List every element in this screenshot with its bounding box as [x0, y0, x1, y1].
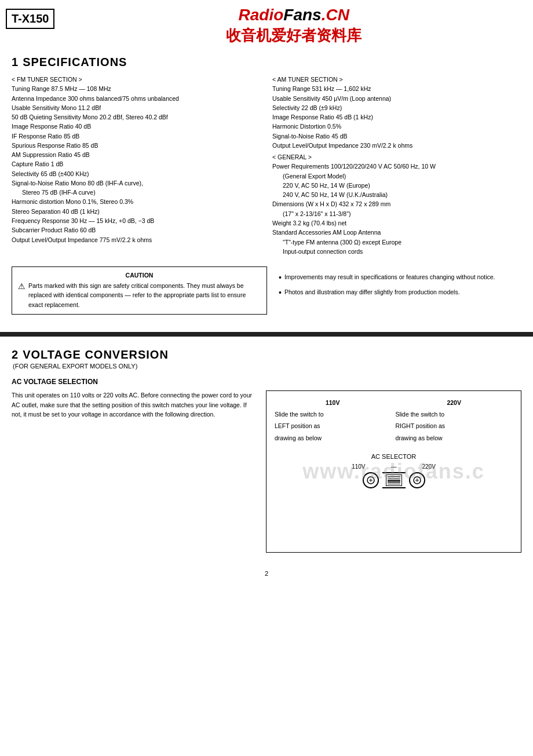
fm-line-9: Selectivity 65 dB (±400 KHz) — [12, 169, 261, 178]
ac-voltage-title: AC VOLTAGE SELECTION — [12, 378, 521, 386]
switch-line-2 — [388, 478, 400, 479]
switch-line-1 — [388, 476, 400, 477]
ac-voltage-labels: 110V — 220V — [352, 463, 436, 470]
gen-line-6: Weight 3.2 kg (70.4 lbs) net — [272, 218, 521, 228]
gen-line-1: (General Export Model) — [272, 171, 521, 181]
left-terminal-symbol — [363, 472, 379, 488]
fm-tuner-col: < FM TUNER SECTION > Tuning Range 87.5 M… — [12, 74, 261, 256]
am-line-4: Harmonic Distortion 0.5% — [272, 122, 521, 131]
chinese-title: 收音机爱好者资料库 — [66, 25, 521, 46]
logo: T-X150 — [6, 9, 54, 29]
am-line-3: Image Response Ratio 45 dB (1 kHz) — [272, 112, 521, 122]
col1-line0: Slide the switch to — [272, 408, 393, 420]
voltage-section: 2 VOLTAGE CONVERSION (FOR GENERAL EXPORT… — [0, 337, 533, 558]
section1-header: 1 SPECIFICATIONS — [12, 56, 521, 69]
fm-line-13: Stereo Separation 40 dB (1 kHz) — [12, 207, 261, 216]
section1-title: SPECIFICATIONS — [23, 56, 127, 69]
caution-title: CAUTION — [18, 272, 261, 279]
am-line-5: Signal-to-Noise Ratio 45 dB — [272, 132, 521, 141]
site-name-part2: Fans — [283, 6, 321, 24]
fm-line-1: Antenna Impedance 300 ohms balanced/75 o… — [12, 94, 261, 103]
voltage-left-text: This unit operates on 110 volts or 220 v… — [12, 390, 254, 553]
gen-line-4: Dimensions (W x H x D) 432 x 72 x 289 mm — [272, 199, 521, 209]
fm-line-11: Stereo 75 dB (IHF-A curve) — [12, 188, 261, 197]
fm-tuner-label: < FM TUNER SECTION > — [12, 75, 261, 84]
note-text-0: Improvements may result in specification… — [284, 272, 495, 282]
fm-line-6: Spurious Response Ratio 85 dB — [12, 141, 261, 150]
site-name-part3: .CN — [322, 6, 349, 24]
switch-diagram — [352, 472, 436, 488]
am-tuner-label: < AM TUNER SECTION > — [272, 75, 521, 84]
col2-line2: drawing as below — [393, 432, 515, 444]
fm-line-14: Frequency Response 30 Hz — 15 kHz, +0 dB… — [12, 216, 261, 225]
specs-content: < FM TUNER SECTION > Tuning Range 87.5 M… — [0, 74, 533, 256]
gen-line-0: Power Requirements 100/120/220/240 V AC … — [272, 162, 521, 171]
fm-line-0: Tuning Range 87.5 MHz — 108 MHz — [12, 84, 261, 93]
gen-line-3: 240 V, AC 50 Hz, 14 W (U.K./Australia) — [272, 190, 521, 199]
fm-line-8: Capture Ratio 1 dB — [12, 159, 261, 169]
col2-line0: Slide the switch to — [393, 408, 515, 420]
notes-col: • Improvements may result in specificati… — [279, 266, 521, 315]
col1-line1: LEFT position as — [272, 420, 393, 432]
warning-icon: ⚠ — [18, 281, 25, 291]
col1-line2: drawing as below — [272, 432, 393, 444]
switch-line-5 — [388, 484, 400, 485]
site-name: RadioFans.CN — [66, 6, 521, 24]
right-terminal-symbol — [409, 472, 425, 488]
voltage-label-left: 110V — [352, 463, 365, 470]
general-label: < GENERAL > — [272, 152, 521, 162]
col2-line1: RIGHT position as — [393, 420, 515, 432]
section2-subtitle: (FOR GENERAL EXPORT MODELS ONLY) — [12, 363, 521, 370]
col1-header: 110V — [272, 397, 393, 408]
ac-selector-label: AC SELECTOR — [272, 453, 515, 460]
fm-line-15: Subcarrier Product Ratio 60 dB — [12, 225, 261, 235]
am-line-0: Tuning Range 531 kHz — 1,602 kHz — [272, 84, 521, 93]
bullet-icon-1: • — [279, 286, 282, 299]
fm-line-5: IF Response Ratio 85 dB — [12, 132, 261, 141]
fm-line-10: Signal-to-Noise Ratio Mono 80 dB (IHF-A … — [12, 178, 261, 188]
caution-section: CAUTION ⚠ Parts marked with this sign ar… — [0, 261, 533, 320]
caution-box: CAUTION ⚠ Parts marked with this sign ar… — [12, 266, 267, 315]
header-title: RadioFans.CN 收音机爱好者资料库 — [66, 6, 521, 46]
site-name-part1: Radio — [239, 6, 284, 24]
fm-line-7: AM Suppression Ratio 45 dB — [12, 150, 261, 159]
am-tuner-col: < AM TUNER SECTION > Tuning Range 531 kH… — [272, 74, 521, 256]
divider-bar — [0, 332, 533, 337]
voltage-label-right: 220V — [422, 463, 436, 470]
gen-line-5: (17" x 2-13/16" x 11-3/8") — [272, 209, 521, 218]
fm-line-4: Image Response Ratio 40 dB — [12, 122, 261, 131]
switch-line-3 — [388, 480, 400, 481]
caution-text: Parts marked with this sign are safety c… — [28, 281, 261, 309]
col2-header: 220V — [393, 397, 515, 408]
voltage-right-box: www.radiofans.c 110V 220V Slide the swit… — [266, 390, 521, 553]
am-line-2: Selectivity 22 dB (±9 kHz) — [272, 103, 521, 112]
gen-line-7: Standard Accessories AM Loop Antenna — [272, 228, 521, 237]
switch-bar-bottom — [382, 487, 406, 488]
fm-line-2: Usable Sensitivity Mono 11.2 dBf — [12, 103, 261, 112]
switch-bar-top — [382, 472, 406, 473]
section1-number: 1 — [12, 56, 18, 69]
ac-selector-area: AC SELECTOR 110V — 220V — [272, 453, 515, 491]
caution-body: ⚠ Parts marked with this sign are safety… — [18, 281, 261, 309]
voltage-content: This unit operates on 110 volts or 220 v… — [12, 390, 521, 553]
gen-line-9: Input-output connection cords — [272, 247, 521, 256]
bullet-icon-0: • — [279, 271, 282, 284]
note-text-1: Photos and illustration may differ sligh… — [284, 287, 460, 297]
fm-line-3: 50 dB Quieting Sensitivity Mono 20.2 dBf… — [12, 112, 261, 122]
note-item-1: • Photos and illustration may differ sli… — [279, 287, 521, 299]
header: T-X150 RadioFans.CN 收音机爱好者资料库 — [0, 0, 533, 49]
switch-body — [382, 472, 406, 488]
ac-selector-diagram: 110V — 220V — [352, 463, 436, 491]
am-line-1: Usable Sensitivity 450 μV/m (Loop antenn… — [272, 94, 521, 103]
am-line-6: Output Level/Output Impedance 230 mV/2.2… — [272, 141, 521, 150]
fm-line-12: Harmonic distortion Mono 0.1%, Stereo 0.… — [12, 197, 261, 206]
section2-title: VOLTAGE CONVERSION — [23, 348, 169, 361]
switch-line-4 — [388, 481, 400, 483]
section2-number: 2 — [12, 348, 18, 361]
section2-header: 2 VOLTAGE CONVERSION — [12, 348, 521, 361]
page-number: 2 — [0, 570, 533, 577]
fm-line-16: Output Level/Output Impedance 775 mV/2.2… — [12, 235, 261, 244]
voltage-table: 110V 220V Slide the switch to Slide the … — [272, 397, 515, 444]
gen-line-8: "T"-type FM antenna (300 Ω) except Europ… — [272, 238, 521, 247]
gen-line-2: 220 V, AC 50 Hz, 14 W (Europe) — [272, 181, 521, 190]
